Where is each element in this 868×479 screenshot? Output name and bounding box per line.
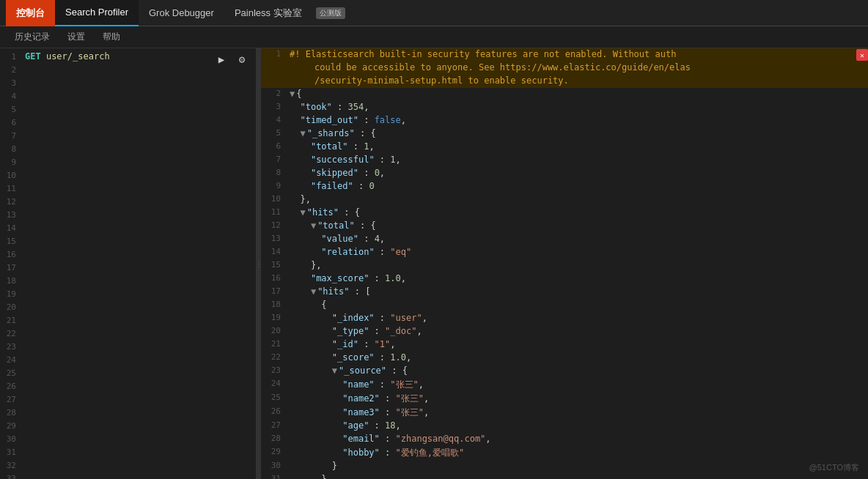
top-navigation: 控制台 Search Profiler Grok Debugger Painle… xyxy=(0,0,868,26)
output-line: 23 ▼"_source" : { xyxy=(261,365,868,378)
output-content: (function(){ // We'll render this after … xyxy=(261,48,868,479)
output-warning-line: 1#! Elasticsearch built-in security feat… xyxy=(261,48,868,62)
output-line: 11 ▼"hits" : { xyxy=(261,207,868,220)
output-line: 16 "max_score" : 1.0, xyxy=(261,272,868,286)
output-line: 5 ▼"_shards" : { xyxy=(261,127,868,141)
editor-line-3: 3 xyxy=(0,76,256,89)
editor-line-4: 4 xyxy=(0,89,256,103)
output-line: 30 } xyxy=(261,460,868,473)
output-line: 26 "name3" : "张三", xyxy=(261,406,868,420)
editor-line-19: 19 xyxy=(0,287,256,300)
editor-line-18: 18 xyxy=(0,274,256,287)
output-line: 15 }, xyxy=(261,259,868,272)
editor-line-26: 26 xyxy=(0,379,256,393)
editor-line-15: 15 xyxy=(0,234,256,248)
output-line: 10 }, xyxy=(261,193,868,207)
editor-line-17: 17 xyxy=(0,261,256,274)
beta-badge: 公测版 xyxy=(316,7,345,19)
output-line: 28 "email" : "zhangsan@qq.com", xyxy=(261,433,868,446)
editor-line-23: 23 xyxy=(0,340,256,353)
output-panel: (function(){ // We'll render this after … xyxy=(261,48,868,479)
tab-painless-lab[interactable]: Painless 实验室 xyxy=(224,0,312,26)
output-line: 12 ▼"total" : { xyxy=(261,220,868,233)
editor-toolbar: ▶ ⚙ xyxy=(213,51,250,67)
output-line: 9 "failed" : 0 xyxy=(261,180,868,193)
editor-line-8: 8 xyxy=(0,142,256,155)
editor-content[interactable]: 1 GET user/_search (function(){ const co… xyxy=(0,48,256,479)
editor-line-9: 9 xyxy=(0,155,256,168)
output-line: 31 }, xyxy=(261,473,868,479)
output-line: 29 "hobby" : "爱钓鱼,爱唱歌" xyxy=(261,446,868,460)
output-line: 20 "_type" : "_doc", xyxy=(261,325,868,338)
output-line: 17 ▼"hits" : [ xyxy=(261,286,868,299)
nav-history[interactable]: 历史记录 xyxy=(6,26,59,48)
editor-line-28: 28 xyxy=(0,406,256,419)
output-line: 3 "took" : 354, xyxy=(261,101,868,114)
editor-line-33: 33 xyxy=(0,472,256,479)
output-line: 13 "value" : 4, xyxy=(261,233,868,246)
output-line: 2▼{ xyxy=(261,88,868,101)
output-line: 25 "name2" : "张三", xyxy=(261,392,868,406)
close-warning-button[interactable]: ✕ xyxy=(856,49,868,61)
editor-line-25: 25 xyxy=(0,366,256,379)
nav-help[interactable]: 帮助 xyxy=(94,26,129,48)
output-warning-line-3: /security-minimal-setup.html to enable s… xyxy=(261,75,868,88)
nav-brand[interactable]: 控制台 xyxy=(6,0,55,26)
editor-line-5: 5 xyxy=(0,103,256,116)
output-line: 4 "timed_out" : false, xyxy=(261,114,868,127)
editor-line-13: 13 xyxy=(0,208,256,221)
output-line: 24 "name" : "张三", xyxy=(261,378,868,392)
output-line: 7 "successful" : 1, xyxy=(261,154,868,167)
editor-line-24: 24 xyxy=(0,353,256,366)
editor-line-16: 16 xyxy=(0,248,256,261)
editor-line-20: 20 xyxy=(0,300,256,313)
editor-line-10: 10 xyxy=(0,168,256,182)
output-line: 19 "_index" : "user", xyxy=(261,312,868,325)
tab-grok-debugger[interactable]: Grok Debugger xyxy=(139,0,224,26)
editor-line-14: 14 xyxy=(0,221,256,234)
output-line: 6 "total" : 1, xyxy=(261,141,868,154)
editor-line-7: 7 xyxy=(0,129,256,142)
watermark: @51CTO博客 xyxy=(809,462,859,473)
editor-line-12: 12 xyxy=(0,195,256,208)
nav-settings[interactable]: 设置 xyxy=(59,26,94,48)
main-area: ▶ ⚙ 1 GET user/_search (function(){ cons… xyxy=(0,48,868,479)
editor-line-29: 29 xyxy=(0,419,256,432)
editor-line-30: 30 xyxy=(0,432,256,445)
output-line: 21 "_id" : "1", xyxy=(261,338,868,352)
editor-panel: ▶ ⚙ 1 GET user/_search (function(){ cons… xyxy=(0,48,257,479)
settings-button[interactable]: ⚙ xyxy=(234,51,250,67)
editor-line-21: 21 xyxy=(0,313,256,327)
output-line: 8 "skipped" : 0, xyxy=(261,167,868,180)
output-line: 27 "age" : 18, xyxy=(261,420,868,433)
tab-search-profiler[interactable]: Search Profiler xyxy=(55,0,139,26)
output-warning-line-2: could be accessible to anyone. See https… xyxy=(261,62,868,75)
output-line: 14 "relation" : "eq" xyxy=(261,246,868,259)
output-line: 22 "_score" : 1.0, xyxy=(261,352,868,365)
run-button[interactable]: ▶ xyxy=(213,51,229,67)
editor-line-11: 11 xyxy=(0,182,256,195)
secondary-navigation: 历史记录 设置 帮助 xyxy=(0,26,868,48)
editor-line-27: 27 xyxy=(0,393,256,406)
output-line: 18 { xyxy=(261,299,868,312)
editor-line-6: 6 xyxy=(0,116,256,129)
editor-line-31: 31 xyxy=(0,445,256,458)
editor-line-22: 22 xyxy=(0,327,256,340)
editor-line-32: 32 xyxy=(0,458,256,472)
